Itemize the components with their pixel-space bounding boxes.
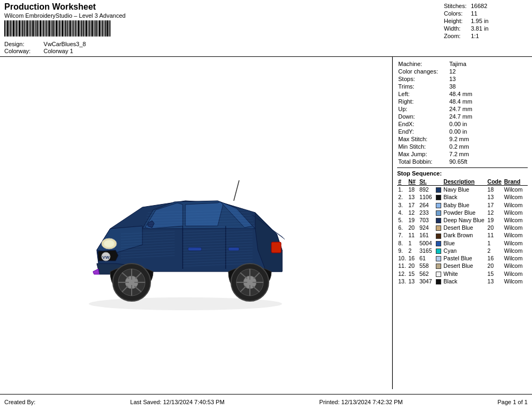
row-n: 17 (407, 201, 418, 208)
col-header-desc: Description (442, 178, 486, 186)
svg-rect-61 (95, 20, 96, 36)
design-row: Design: VwCarBlues3_8 (4, 41, 442, 47)
color-changes-label: Color changes: (397, 68, 448, 75)
row-num: 11. (397, 262, 407, 269)
svg-rect-41 (65, 20, 66, 36)
color-changes-value: 12 (448, 68, 528, 75)
max-jump-row: Max Jump: 7.2 mm (397, 150, 528, 158)
stop-table-header: # N# St. Description Code Brand (397, 178, 528, 186)
svg-rect-56 (88, 20, 88, 36)
svg-rect-53 (83, 20, 84, 36)
left-label: Left: (397, 90, 448, 98)
row-swatch (435, 247, 442, 254)
svg-rect-44 (69, 20, 71, 36)
svg-rect-47 (74, 20, 75, 36)
total-bobbin-value: 90.65ft (448, 158, 528, 165)
max-jump-value: 7.2 mm (448, 150, 528, 158)
endx-row: EndX: 0.00 in (397, 120, 528, 128)
svg-rect-23 (39, 20, 39, 36)
col-header-brand: Brand (503, 178, 528, 186)
stats-width: Width: 3.81 in (442, 25, 491, 32)
svg-rect-2 (7, 20, 9, 36)
colors-value: 11 (469, 10, 491, 17)
endy-value: 0.00 in (448, 128, 528, 135)
row-desc: Desert Blue (442, 262, 486, 269)
row-st: 5004 (418, 239, 435, 247)
up-value: 24.7 mm (448, 105, 528, 113)
row-n: 13 (407, 193, 418, 201)
row-num: 2. (397, 193, 407, 201)
row-n: 2 (407, 247, 418, 254)
svg-rect-33 (53, 20, 54, 36)
machine-info-table: Machine: Tajima Color changes: 12 Stops:… (397, 60, 528, 165)
stitches-value: 16682 (469, 2, 491, 10)
svg-rect-70 (109, 20, 110, 36)
col-header-num: # (397, 178, 407, 186)
right-value: 48.4 mm (448, 98, 528, 105)
stop-table-body: 1. 18 892 Navy Blue 18 Wilcom 2. 13 1106… (397, 186, 528, 285)
svg-rect-69 (106, 20, 108, 36)
stop-table-row: 13. 13 3047 Black 13 Wilcom (397, 277, 528, 285)
svg-rect-22 (37, 20, 38, 36)
row-swatch (435, 231, 442, 239)
svg-rect-7 (15, 20, 16, 36)
left-value: 48.4 mm (448, 90, 528, 98)
trims-label: Trims: (397, 83, 448, 90)
row-swatch (435, 186, 442, 194)
svg-rect-63 (98, 20, 98, 36)
endx-label: EndX: (397, 120, 448, 128)
down-label: Down: (397, 113, 448, 120)
svg-rect-45 (71, 20, 72, 36)
row-num: 13. (397, 277, 407, 285)
svg-rect-52 (81, 20, 82, 36)
row-n: 18 (407, 186, 418, 194)
svg-rect-46 (73, 20, 74, 36)
machine-label: Machine: (397, 60, 448, 68)
stats-table: Stitches: 16682 Colors: 11 Height: 1.95 … (442, 2, 491, 40)
row-n: 13 (407, 277, 418, 285)
stop-sequence-title: Stop Sequence: (397, 170, 528, 177)
row-brand: Wilcom (503, 231, 528, 239)
stop-sequence: Stop Sequence: # N# St. Description Code… (397, 170, 528, 285)
up-label: Up: (397, 105, 448, 113)
row-num: 4. (397, 209, 407, 216)
last-saved-value: 12/13/2024 7:40:53 PM (163, 399, 224, 405)
row-st: 233 (418, 209, 435, 216)
row-n: 16 (407, 254, 418, 262)
min-stitch-label: Min Stitch: (397, 143, 448, 150)
svg-rect-29 (47, 20, 48, 36)
header-subtitle: Wilcom EmbroideryStudio – Level 3 Advanc… (4, 12, 442, 19)
barcode (4, 20, 112, 36)
height-label: Height: (442, 17, 469, 25)
svg-rect-16 (28, 20, 29, 36)
svg-rect-6 (13, 20, 15, 36)
svg-rect-58 (90, 20, 91, 36)
up-row: Up: 24.7 mm (397, 105, 528, 113)
page-header: Production Worksheet Wilcom EmbroiderySt… (0, 0, 532, 57)
row-brand: Wilcom (503, 224, 528, 231)
down-row: Down: 24.7 mm (397, 113, 528, 120)
design-value: VwCarBlues3_8 (44, 41, 86, 47)
row-code: 12 (486, 209, 503, 216)
svg-rect-38 (61, 20, 61, 36)
left-row: Left: 48.4 mm (397, 90, 528, 98)
header-stats: Stitches: 16682 Colors: 11 Height: 1.95 … (442, 2, 528, 40)
page-number: Page 1 of 1 (498, 399, 528, 405)
row-num: 3. (397, 201, 407, 208)
svg-rect-35 (56, 20, 57, 36)
zoom-value: 1:1 (469, 32, 491, 40)
endy-label: EndY: (397, 128, 448, 135)
stop-table-row: 10. 16 61 Pastel Blue 16 Wilcom (397, 254, 528, 262)
colors-label: Colors: (442, 10, 469, 17)
row-code: 20 (486, 224, 503, 231)
width-value: 3.81 in (469, 25, 491, 32)
row-swatch (435, 254, 442, 262)
row-swatch (435, 277, 442, 285)
total-bobbin-row: Total Bobbin: 90.65ft (397, 158, 528, 165)
svg-rect-9 (18, 20, 18, 36)
stops-label: Stops: (397, 75, 448, 83)
trims-value: 38 (448, 83, 528, 90)
svg-rect-19 (32, 20, 34, 36)
row-st: 161 (418, 231, 435, 239)
row-brand: Wilcom (503, 186, 528, 194)
